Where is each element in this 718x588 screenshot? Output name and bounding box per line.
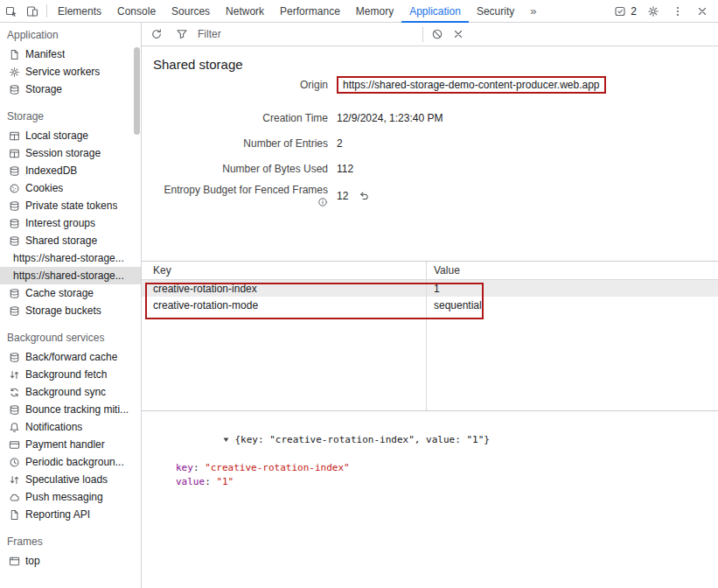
filter-box	[167, 24, 419, 45]
database-icon	[8, 403, 20, 416]
meta-value: 12/9/2024, 1:23:40 PM	[337, 112, 443, 124]
tab-elements[interactable]: Elements	[50, 0, 109, 22]
meta-value-cell: https://shared-storage-demo-content-prod…	[328, 76, 606, 94]
sidebar-item-label: Back/forward cache	[25, 351, 117, 363]
table-icon	[8, 147, 20, 159]
kebab-menu-icon[interactable]	[667, 1, 688, 22]
column-header-value[interactable]: Value	[426, 264, 460, 276]
table-row-creative-rotation-mode[interactable]: creative-rotation-modesequential	[142, 297, 718, 313]
tab-memory[interactable]: Memory	[348, 0, 401, 22]
sidebar-item-back-forward-cache[interactable]: Back/forward cache	[0, 348, 141, 366]
loads-icon	[8, 473, 20, 486]
preview-summary: {key: "creative-rotation-index", value: …	[234, 434, 489, 445]
info-icon[interactable]	[317, 197, 328, 207]
sidebar-item-bounce-tracking-miti[interactable]: Bounce tracking miti...	[0, 401, 141, 418]
sidebar-item-indexeddb[interactable]: IndexedDB	[0, 162, 141, 179]
sidebar-item-payment-handler[interactable]: Payment handler	[0, 436, 141, 453]
tab-network[interactable]: Network	[218, 0, 272, 22]
sidebar-item-shared-storage[interactable]: Shared storage	[0, 232, 141, 249]
sidebar-item-notifications[interactable]: Notifications	[0, 418, 141, 436]
meta-row-creation-time: Creation Time12/9/2024, 1:23:40 PM	[153, 105, 718, 130]
sidebar-item-cache-storage[interactable]: Cache storage	[0, 284, 141, 302]
sidebar-item-service-workers[interactable]: Service workers	[0, 63, 141, 80]
cell-key: creative-rotation-index	[142, 283, 426, 295]
tab-performance[interactable]: Performance	[272, 0, 348, 22]
sidebar-item-label: Session storage	[25, 147, 101, 159]
preview-property-value: value: "1"	[153, 475, 718, 489]
sidebar-item-top[interactable]: top	[0, 552, 141, 570]
database-icon	[8, 83, 20, 95]
tab-console[interactable]: Console	[109, 0, 164, 22]
filter-input[interactable]	[198, 28, 390, 40]
inspect-element-icon[interactable]	[1, 1, 22, 22]
frame-icon	[8, 555, 20, 567]
sidebar-item-label: Private state tokens	[25, 200, 117, 212]
sidebar-item-https-shared-storage-7[interactable]: https://shared-storage...	[0, 249, 141, 267]
table-column-divider[interactable]	[426, 262, 427, 410]
sidebar-item-reporting-api[interactable]: Reporting API	[0, 506, 141, 523]
sidebar-item-background-sync[interactable]: Background sync	[0, 383, 141, 401]
sidebar-item-label: Background sync	[25, 386, 106, 398]
tab-security[interactable]: Security	[469, 0, 522, 22]
refresh-icon[interactable]	[146, 24, 167, 45]
sidebar-item-label: Manifest	[25, 48, 65, 60]
meta-row-origin: Originhttps://shared-storage-demo-conten…	[153, 72, 718, 98]
sidebar-scrollbar-thumb[interactable]	[134, 47, 140, 135]
close-devtools-icon[interactable]	[692, 1, 713, 22]
sidebar-section-application: Application	[0, 23, 141, 46]
sidebar-item-periodic-backgroun[interactable]: Periodic backgroun...	[0, 453, 141, 471]
sidebar-item-https-shared-storage-8[interactable]: https://shared-storage...	[0, 267, 141, 284]
sidebar-item-background-fetch[interactable]: Background fetch	[0, 366, 141, 383]
reset-budget-icon[interactable]	[359, 190, 370, 201]
settings-gear-icon[interactable]	[643, 1, 664, 22]
sidebar-item-label: Speculative loads	[25, 473, 108, 486]
meta-value-cell: 12	[328, 190, 370, 202]
property-separator: :	[193, 462, 205, 473]
meta-row-entropy-budget-for-fenced-frames: Entropy Budget for Fenced Frames12	[153, 181, 718, 210]
table-row-creative-rotation-index[interactable]: creative-rotation-index1	[142, 280, 718, 297]
tab-sources[interactable]: Sources	[164, 0, 218, 22]
cell-value: 1	[426, 283, 440, 295]
meta-label: Number of Bytes Used	[153, 163, 328, 175]
shared-storage-panel: Shared storage Originhttps://shared-stor…	[142, 23, 718, 588]
error-badge[interactable]: 2	[610, 1, 639, 22]
fetch-icon	[8, 368, 20, 381]
sync-icon	[8, 386, 20, 398]
more-tabs-button[interactable]: »	[522, 0, 544, 22]
sidebar-item-storage[interactable]: Storage	[0, 80, 141, 98]
triangle-down-icon[interactable]	[222, 436, 231, 444]
property-separator: :	[205, 476, 216, 487]
sidebar-item-session-storage[interactable]: Session storage	[0, 144, 141, 162]
sidebar-item-storage-buckets[interactable]: Storage buckets	[0, 302, 141, 319]
block-icon[interactable]	[427, 24, 448, 45]
sidebar-item-label: Shared storage	[25, 234, 97, 247]
column-header-key[interactable]: Key	[142, 264, 426, 276]
sidebar-item-label: https://shared-storage...	[13, 252, 124, 264]
sidebar-item-interest-groups[interactable]: Interest groups	[0, 214, 141, 232]
delete-x-icon[interactable]	[448, 24, 469, 45]
table-icon	[8, 130, 20, 142]
sidebar-item-speculative-loads[interactable]: Speculative loads	[0, 471, 141, 488]
preview-property-key: key: "creative-rotation-index"	[153, 461, 718, 475]
tab-application[interactable]: Application	[401, 0, 469, 22]
toolbar-divider	[422, 27, 423, 42]
sidebar-item-cookies[interactable]: Cookies	[0, 179, 141, 197]
sidebar-item-label: Periodic backgroun...	[25, 456, 124, 468]
sidebar-item-private-state-tokens[interactable]: Private state tokens	[0, 197, 141, 214]
error-badge-icon	[613, 1, 627, 22]
property-value: "creative-rotation-index"	[205, 462, 350, 473]
database-icon	[8, 234, 20, 247]
sidebar-tree: ApplicationManifestService workersStorag…	[0, 23, 141, 570]
sidebar-item-push-messaging[interactable]: Push messaging	[0, 488, 141, 506]
sidebar-item-manifest[interactable]: Manifest	[0, 46, 141, 63]
sidebar-item-local-storage[interactable]: Local storage	[0, 127, 141, 144]
database-icon	[8, 351, 20, 363]
error-count: 2	[631, 5, 637, 18]
sidebar-item-label: top	[25, 555, 40, 567]
sidebar-item-label: Reporting API	[25, 508, 90, 521]
cell-key: creative-rotation-mode	[142, 299, 426, 312]
database-icon	[8, 217, 20, 229]
device-toolbar-icon[interactable]	[22, 1, 43, 22]
preview-properties: key: "creative-rotation-index"value: "1"	[153, 461, 718, 489]
property-value: "1"	[216, 476, 234, 487]
